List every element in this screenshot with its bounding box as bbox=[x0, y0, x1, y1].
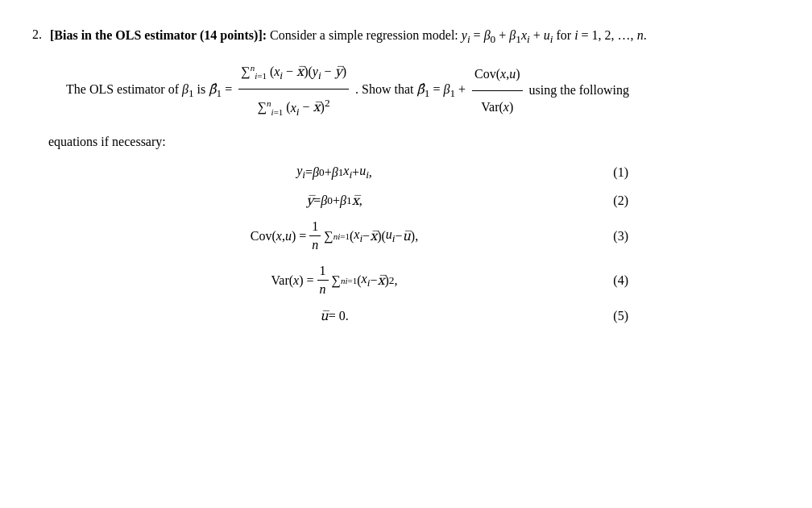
equation-5-content: u̅ = 0. bbox=[81, 308, 588, 323]
equation-3-content: Cov(x,u) = 1 n ∑ni=1 (xi − x̅)(ui − u̅), bbox=[81, 219, 588, 252]
ols-numer: ∑ni=1 (xi − x̅)(yi − y̅) bbox=[238, 57, 349, 90]
eq3-numer: 1 bbox=[309, 219, 321, 236]
equation-1-content: yi = β0 + β1xi + ui, bbox=[81, 164, 588, 181]
eq4-numer: 1 bbox=[317, 264, 329, 281]
eq4-denom: n bbox=[317, 281, 329, 297]
using-text: using the following bbox=[529, 76, 629, 104]
equation-2-content: y̅ = β0 + β1x̅, bbox=[81, 193, 588, 208]
equations-label: equations if necessary: bbox=[48, 135, 780, 149]
equation-4-row: Var(x) = 1 n ∑ni=1 (xi − x̅)2, (4) bbox=[81, 264, 628, 297]
ols-prefix: The OLS estimator of β1 is β̂1 = bbox=[66, 75, 232, 106]
ols-denom: ∑ni=1 (xi − x̅)2 bbox=[255, 90, 333, 123]
equation-4-content: Var(x) = 1 n ∑ni=1 (xi − x̅)2, bbox=[81, 264, 588, 297]
problem-text: [Bias in the OLS estimator (14 points)]:… bbox=[50, 24, 647, 123]
equation-3-row: Cov(x,u) = 1 n ∑ni=1 (xi − x̅)(ui − u̅),… bbox=[81, 219, 628, 252]
problem-title: [Bias in the OLS estimator (14 points)]: bbox=[50, 28, 267, 42]
equation-1-number: (1) bbox=[588, 165, 628, 180]
show-that-text: . Show that β̂1 = β1 + bbox=[355, 75, 466, 106]
problem-container: 2. [Bias in the OLS estimator (14 points… bbox=[32, 24, 780, 323]
cov-var-fraction: Cov(x,u) Var(x) bbox=[472, 60, 522, 120]
eq4-fraction: 1 n bbox=[317, 264, 329, 297]
ols-line: The OLS estimator of β1 is β̂1 = ∑ni=1 (… bbox=[66, 57, 647, 123]
var-denom: Var(x) bbox=[478, 91, 516, 121]
eq3-denom: n bbox=[309, 236, 321, 252]
equation-2-number: (2) bbox=[588, 194, 628, 208]
eq3-fraction: 1 n bbox=[309, 219, 321, 252]
problem-intro: Consider a simple regression model: yi =… bbox=[270, 28, 647, 42]
equation-3-number: (3) bbox=[588, 229, 628, 244]
equation-2-row: y̅ = β0 + β1x̅, (2) bbox=[81, 193, 628, 208]
equation-4-number: (4) bbox=[588, 273, 628, 288]
equation-1-row: yi = β0 + β1xi + ui, (1) bbox=[81, 164, 628, 181]
cov-numer: Cov(x,u) bbox=[472, 60, 522, 90]
problem-header: 2. [Bias in the OLS estimator (14 points… bbox=[32, 24, 780, 123]
equation-5-number: (5) bbox=[588, 309, 628, 323]
equations-block: yi = β0 + β1xi + ui, (1) y̅ = β0 + β1x̅,… bbox=[81, 164, 780, 323]
problem-number: 2. bbox=[32, 24, 42, 123]
equation-5-row: u̅ = 0. (5) bbox=[81, 308, 628, 323]
ols-fraction: ∑ni=1 (xi − x̅)(yi − y̅) ∑ni=1 (xi − x̅)… bbox=[238, 57, 349, 123]
